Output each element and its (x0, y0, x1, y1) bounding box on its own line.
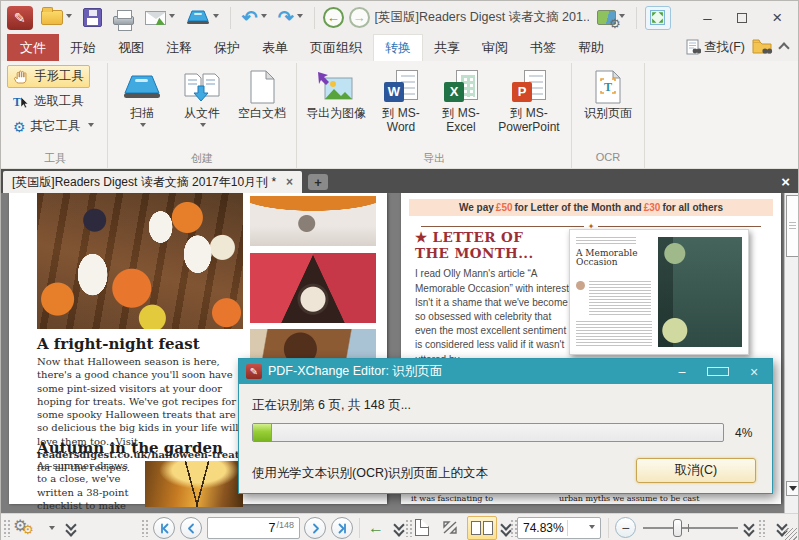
find-document-icon (686, 39, 701, 56)
pencil-icon: ✎ (250, 366, 258, 377)
dialog-maximize-button[interactable] (707, 365, 729, 379)
redo-button[interactable]: ↷ (275, 6, 306, 30)
save-button[interactable] (80, 6, 105, 29)
find-label: 查找(F) (704, 39, 745, 56)
menu-tab-comment[interactable]: 注释 (155, 34, 203, 61)
to-excel-button[interactable]: X 到 MS-Excel (431, 65, 491, 135)
scan-label: 扫描 (130, 107, 154, 121)
previous-page-button[interactable] (180, 517, 202, 539)
first-page-button[interactable] (153, 517, 175, 539)
dialog-minimize-button[interactable]: – (671, 365, 693, 379)
scrollbar-thumb[interactable] (786, 195, 798, 257)
zoom-level-combobox[interactable]: 74.83% (517, 517, 601, 539)
new-tab-button[interactable]: + (308, 174, 328, 190)
zoom-slider-handle[interactable] (673, 519, 682, 537)
dialog-close-button[interactable]: × (743, 364, 765, 380)
menu-tab-share[interactable]: 共享 (423, 34, 471, 61)
from-file-label: 从文件 (184, 107, 220, 121)
menu-tab-protect[interactable]: 保护 (203, 34, 251, 61)
gear-icon: ⚙ (609, 16, 621, 31)
active-session-button[interactable]: ⚙ (594, 8, 628, 27)
cancel-button[interactable]: 取消(C) (636, 458, 756, 483)
page-number-input[interactable]: 7/148 (207, 517, 300, 539)
expand-toolbar-chevron[interactable] (65, 522, 77, 535)
expand-zoom-chevron[interactable] (743, 522, 755, 535)
single-page-view-button[interactable] (415, 519, 429, 536)
open-folder-icon (41, 10, 63, 25)
ocr-pages-button[interactable]: T 识别页面 (576, 65, 640, 121)
to-excel-label: 到 MS-Excel (431, 107, 491, 135)
document-canvas[interactable]: A fright-night feast Now that Halloween … (1, 193, 798, 513)
right-grip (758, 519, 765, 537)
select-tool-button[interactable]: T 选取工具 (7, 90, 90, 113)
ribbon-group-tools: 手形工具 T 选取工具 ⚙ 其它工具 工具 (3, 63, 108, 168)
scan-button[interactable]: 扫描 (112, 65, 172, 130)
group-label-create: 创建 (112, 151, 292, 168)
letter-of-the-month: ★ LETTER OFTHE MONTH... I read Olly Mann… (415, 229, 575, 367)
inset-portrait-photo (576, 281, 585, 290)
scan-button-quick[interactable] (183, 7, 222, 29)
menu-tab-organize[interactable]: 页面组织 (299, 34, 373, 61)
fullscreen-button[interactable] (645, 6, 671, 30)
letters-banner: We pay £50 for Letter of the Month and £… (409, 199, 773, 216)
hand-tool-button[interactable]: 手形工具 (7, 65, 90, 88)
view-grip (405, 519, 412, 537)
collapse-ribbon-chevron[interactable] (778, 42, 789, 53)
scrollbar-down-button[interactable] (786, 481, 798, 496)
from-file-button[interactable]: 从文件 (172, 65, 232, 130)
close-button[interactable]: × (762, 6, 792, 30)
export-image-button[interactable]: 导出为图像 (301, 65, 371, 121)
menu-tab-convert[interactable]: 转换 (373, 34, 423, 61)
powerpoint-icon: P (512, 70, 546, 104)
to-word-button[interactable]: W 到 MS-Word (371, 65, 431, 135)
find-button[interactable]: 查找(F) (686, 39, 745, 56)
menu-tab-review[interactable]: 审阅 (471, 34, 519, 61)
status-bar: ⚙⚙ 7/148 ← 74.83% − (1, 513, 798, 540)
two-page-view-button[interactable] (467, 516, 497, 540)
menu-tab-form[interactable]: 表单 (251, 34, 299, 61)
tab-close-icon[interactable]: × (286, 175, 293, 189)
dialog-maximize-icon (707, 367, 729, 376)
article1-body: Now that Halloween season is here, there… (37, 356, 239, 447)
menu-tab-help[interactable]: 帮助 (567, 34, 615, 61)
next-page-button[interactable] (304, 517, 326, 539)
last-page-button[interactable] (331, 517, 353, 539)
ribbon: 手形工具 T 选取工具 ⚙ 其它工具 工具 扫描 (1, 61, 798, 169)
forward-view-button[interactable]: → (349, 7, 370, 28)
svg-text:T: T (13, 94, 21, 108)
close-document-button[interactable]: × (781, 173, 790, 190)
vertical-scrollbar[interactable] (784, 193, 798, 513)
resize-grip[interactable] (785, 528, 797, 540)
ocr-progress-bar (252, 423, 724, 442)
expand-nav-chevron[interactable] (393, 522, 405, 535)
ocr-hint-text: 使用光学文本识别(OCR)识别页面上的文本 (252, 465, 488, 482)
current-page-value: 7 (269, 521, 276, 535)
zoom-slider[interactable] (643, 527, 738, 529)
menu-tab-home[interactable]: 开始 (59, 34, 107, 61)
undo-button[interactable]: ↶ (239, 6, 270, 30)
dialog-titlebar[interactable]: ✎ PDF-XChange Editor: 识别页面 – × (239, 359, 772, 384)
document-tab[interactable]: [英国版]Readers Digest 读者文摘 2017年10月刊 * × (3, 171, 302, 193)
other-tools-button[interactable]: ⚙ 其它工具 (7, 115, 100, 138)
blank-document-button[interactable]: 空白文档 (232, 65, 292, 121)
dialog-title: PDF-XChange Editor: 识别页面 (268, 363, 442, 380)
print-button[interactable] (110, 8, 137, 27)
back-view-button[interactable]: ← (323, 7, 344, 28)
zoom-out-button[interactable]: − (615, 517, 636, 538)
maximize-button[interactable] (727, 6, 757, 30)
to-powerpoint-button[interactable]: P 到 MS-PowerPoint (491, 65, 567, 135)
ribbon-group-ocr: T 识别页面 OCR (572, 63, 645, 168)
customize-toolbar-button[interactable]: ⚙⚙ (13, 516, 43, 540)
open-file-button[interactable] (38, 8, 75, 27)
menu-tab-file[interactable]: 文件 (7, 34, 59, 61)
find-in-files-button[interactable] (752, 38, 773, 58)
fit-page-button[interactable] (442, 520, 458, 535)
minimize-button[interactable]: – (693, 6, 723, 30)
customize-caret[interactable] (49, 526, 55, 533)
print-icon (113, 16, 134, 25)
previous-view-button[interactable]: ← (365, 517, 387, 539)
menu-tab-bookmarks[interactable]: 书签 (519, 34, 567, 61)
redo-icon: ↷ (278, 8, 294, 28)
email-button[interactable] (142, 9, 178, 27)
menu-tab-view[interactable]: 视图 (107, 34, 155, 61)
